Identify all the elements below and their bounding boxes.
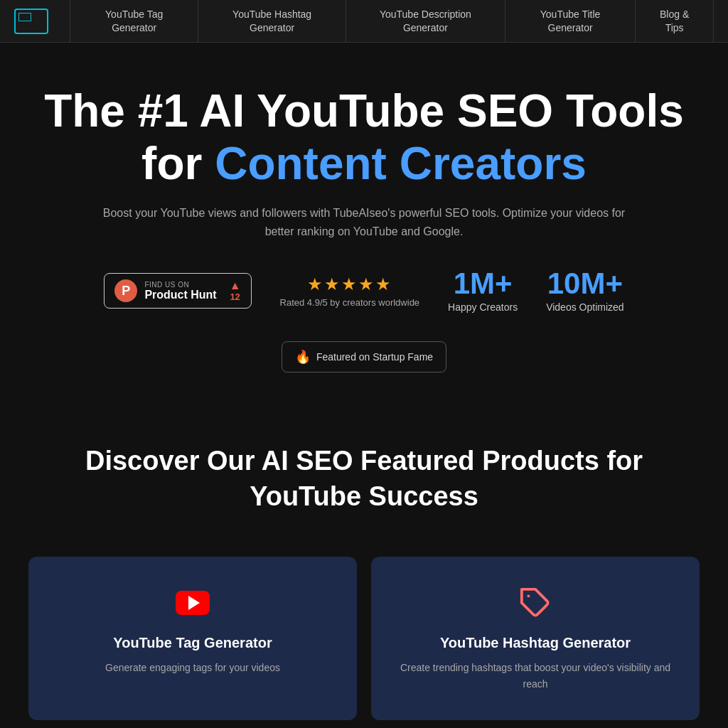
yt-icon-wrapper xyxy=(50,585,336,621)
stat-happy-creators: 1M+ Happy Creators xyxy=(448,269,518,313)
hero-headline: The #1 AI YouTube SEO Tools for Content … xyxy=(28,85,700,190)
hero-section: The #1 AI YouTube SEO Tools for Content … xyxy=(0,43,728,415)
nav-description-generator[interactable]: YouTube Description Generator xyxy=(346,0,505,43)
logo[interactable] xyxy=(14,9,48,34)
ph-number: 12 xyxy=(230,291,240,302)
ph-find-label: FIND US ON xyxy=(144,281,216,289)
section-title: Discover Our AI SEO Featured Products fo… xyxy=(28,444,700,514)
nav-blog-tips[interactable]: Blog & Tips xyxy=(636,0,714,43)
stat2-label: Videos Optimized xyxy=(546,301,623,313)
star-rating: ★★★★★ xyxy=(280,274,420,294)
flame-icon: 🔥 xyxy=(295,349,311,365)
stat-videos-optimized: 10M+ Videos Optimized xyxy=(546,269,623,313)
ph-arrow: ▲ xyxy=(230,280,241,291)
card-tag-title: YouTube Tag Generator xyxy=(50,635,336,651)
logo-icon xyxy=(14,9,48,34)
startup-fame-badge[interactable]: 🔥 Featured on Startup Fame xyxy=(282,341,446,373)
navbar: YouTube Tag Generator YouTube Hashtag Ge… xyxy=(0,0,728,43)
ph-icon: P xyxy=(114,279,137,302)
tag-icon xyxy=(519,587,552,619)
rating-block: ★★★★★ Rated 4.9/5 by creators worldwide xyxy=(280,274,420,308)
stat2-num: 10M+ xyxy=(546,269,623,299)
card-hashtag-desc: Create trending hashtags that boost your… xyxy=(392,660,678,692)
ph-count: ▲ 12 xyxy=(230,280,241,302)
card-hashtag-title: YouTube Hashtag Generator xyxy=(392,635,678,651)
stat1-label: Happy Creators xyxy=(448,301,518,313)
stats-row: P FIND US ON Product Hunt ▲ 12 ★★★★★ Rat… xyxy=(28,269,700,373)
nav-tag-generator[interactable]: YouTube Tag Generator xyxy=(70,0,198,43)
card-tag-desc: Generate engaging tags for your videos xyxy=(50,660,336,675)
startup-fame-text: Featured on Startup Fame xyxy=(316,351,433,363)
youtube-play-icon xyxy=(176,591,210,615)
nav-links: YouTube Tag Generator YouTube Hashtag Ge… xyxy=(70,0,714,43)
tag-icon-wrapper xyxy=(392,585,678,621)
ph-name: Product Hunt xyxy=(144,289,216,301)
card-tag-generator: YouTube Tag Generator Generate engaging … xyxy=(28,557,357,720)
products-section: Discover Our AI SEO Featured Products fo… xyxy=(0,415,728,557)
nav-title-generator[interactable]: YouTube Title Generator xyxy=(505,0,636,43)
cards-grid: YouTube Tag Generator Generate engaging … xyxy=(0,557,728,728)
card-hashtag-generator: YouTube Hashtag Generator Create trendin… xyxy=(371,557,700,720)
ph-text: FIND US ON Product Hunt xyxy=(144,281,216,301)
stat1-num: 1M+ xyxy=(448,269,518,299)
hero-description: Boost your YouTube views and followers w… xyxy=(94,204,634,240)
hero-accent: Content Creators xyxy=(215,138,587,189)
rating-text: Rated 4.9/5 by creators worldwide xyxy=(280,297,420,308)
product-hunt-badge[interactable]: P FIND US ON Product Hunt ▲ 12 xyxy=(104,273,251,309)
nav-hashtag-generator[interactable]: YouTube Hashtag Generator xyxy=(198,0,346,43)
